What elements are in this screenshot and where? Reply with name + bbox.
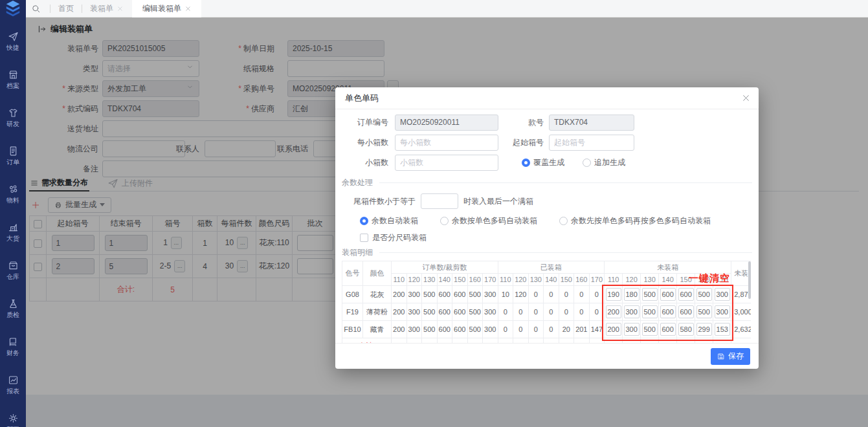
unpacked-qty-input[interactable] [660,305,676,318]
radio-icon[interactable] [360,217,368,225]
packed-qty-cell: 0 [513,321,529,338]
search-icon[interactable] [31,4,41,14]
radio-option[interactable]: 余数自动装箱 [360,215,418,226]
unpacked-qty-input[interactable] [678,288,694,301]
table-scrollbar[interactable] [748,261,751,299]
radio-option[interactable]: 覆盖生成 [522,157,564,168]
order-qty-cell: 500 [467,321,483,338]
unpacked-total-cell: 3,000 [731,303,751,321]
footer-cell [483,338,498,344]
sidebar-item-rd[interactable]: 研发 [0,98,26,137]
remainder-threshold-input[interactable] [421,193,458,209]
sidebar-item-qc[interactable]: 质检 [0,289,26,327]
sidebar-item-warehouse[interactable]: 仓库 [0,251,26,289]
size-header: 130 [422,274,438,286]
split-size-checkbox[interactable] [360,234,368,242]
sewing-machine-icon [8,222,19,233]
packed-qty-cell: 120 [513,286,529,303]
unpacked-qty-input[interactable] [715,323,730,336]
packed-qty-cell: 147 [589,321,605,338]
sidebar-item-quick[interactable]: 快捷 [0,22,26,60]
generate-mode-radio-group: 覆盖生成追加生成 [522,157,625,168]
style-no-input[interactable] [549,115,634,131]
unpacked-qty-input[interactable] [696,323,712,336]
order-no-input[interactable] [395,115,498,131]
unpacked-qty-cell [713,303,731,321]
unpacked-qty-input[interactable] [715,288,730,301]
radio-option[interactable]: 追加生成 [583,157,625,168]
unpacked-qty-cell [713,321,731,338]
rule-suffix: 时装入最后一个满箱 [463,196,533,207]
radio-label: 覆盖生成 [533,157,564,168]
per-small-box-input[interactable] [395,135,498,151]
sidebar-item-order[interactable]: 订单 [0,137,26,175]
unpacked-qty-cell [713,286,731,303]
unpacked-qty-input[interactable] [624,288,640,301]
footer-cell [677,338,695,344]
unpacked-qty-input[interactable] [606,288,621,301]
start-box-no-input[interactable] [549,135,634,151]
unpacked-qty-input[interactable] [678,323,694,336]
unpacked-qty-cell [605,303,623,321]
sidebar-item-material[interactable]: 物料 [0,175,26,213]
sidebar-item-config[interactable]: 配置 [0,404,26,427]
tab-separator [50,5,50,13]
footer-cell [406,338,422,344]
footer-cell [605,338,623,344]
radio-icon[interactable] [522,159,530,167]
unpacked-qty-input[interactable] [715,305,730,318]
unpacked-qty-input[interactable] [696,305,712,318]
footer-cell [589,338,605,344]
main-area: 首页装箱单编辑装箱单 编辑装箱单 装箱单号 制单日期 类型 纸箱规格 来源类型 … [26,0,868,427]
unpacked-qty-cell [695,321,713,338]
radio-option[interactable]: 余数先按单色多码再按多色多码自动装箱 [559,215,711,226]
pack-table-row: G08花灰20030050060060050030010120000002,87… [342,286,751,303]
radio-option[interactable]: 余数按单色多码自动装箱 [440,215,537,226]
save-button[interactable]: 保存 [711,348,750,365]
sidebar-item-bulk[interactable]: 大货 [0,213,26,251]
packed-qty-cell: 0 [498,321,513,338]
small-box-count-input[interactable] [395,155,498,171]
topbar-tab-packing[interactable]: 装箱单 [90,0,123,17]
materials-icon [8,184,19,195]
size-header: 170 [589,274,605,286]
unpacked-qty-input[interactable] [624,323,640,336]
unpacked-qty-cell [641,303,659,321]
unpacked-qty-cell [641,286,659,303]
pack-footer-label: 合计: [342,338,392,344]
size-header: 120 [513,274,529,286]
topbar-tab-edit[interactable]: 编辑装箱单 [132,0,201,17]
app-logo[interactable] [0,0,26,18]
tab-close-icon[interactable] [185,6,191,12]
footer-cell [623,338,641,344]
sidebar-item-label: 财务 [6,349,19,356]
sidebar-item-label: 研发 [6,120,19,127]
unpacked-qty-cell [605,286,623,303]
sidebar-item-label: 报表 [6,388,19,395]
unpacked-qty-input[interactable] [606,323,621,336]
unpacked-qty-input[interactable] [606,305,621,318]
unpacked-qty-input[interactable] [642,323,658,336]
unpacked-qty-input[interactable] [696,288,712,301]
unpacked-qty-input[interactable] [642,288,658,301]
close-icon[interactable] [742,94,750,102]
sidebar-item-finance[interactable]: 财务 [0,327,26,366]
unpacked-qty-input[interactable] [660,323,676,336]
modal-single-color-single-size: 单色单码 订单编号 款号 每小箱数 起始箱号 小箱数 [335,87,759,369]
topbar-tab-home[interactable]: 首页 [58,0,74,17]
topbar-tabs: 首页装箱单编辑装箱单 [42,0,201,17]
tab-close-icon[interactable] [117,6,123,12]
unpacked-qty-input[interactable] [678,305,694,318]
remainder-rule-row: 尾箱件数小于等于 时装入最后一个满箱 [342,193,752,210]
radio-icon[interactable] [559,217,568,225]
radio-icon[interactable] [583,159,591,167]
sidebar-item-archive[interactable]: 档案 [0,60,26,98]
radio-icon[interactable] [440,217,449,225]
unpacked-qty-input[interactable] [624,305,640,318]
pack-footer-total: 8,502 [731,338,751,344]
unpacked-qty-input[interactable] [660,288,676,301]
packed-qty-cell: 0 [559,286,574,303]
unpacked-qty-input[interactable] [642,305,658,318]
packed-qty-cell: 20 [559,321,574,338]
sidebar-item-report[interactable]: 报表 [0,366,26,404]
